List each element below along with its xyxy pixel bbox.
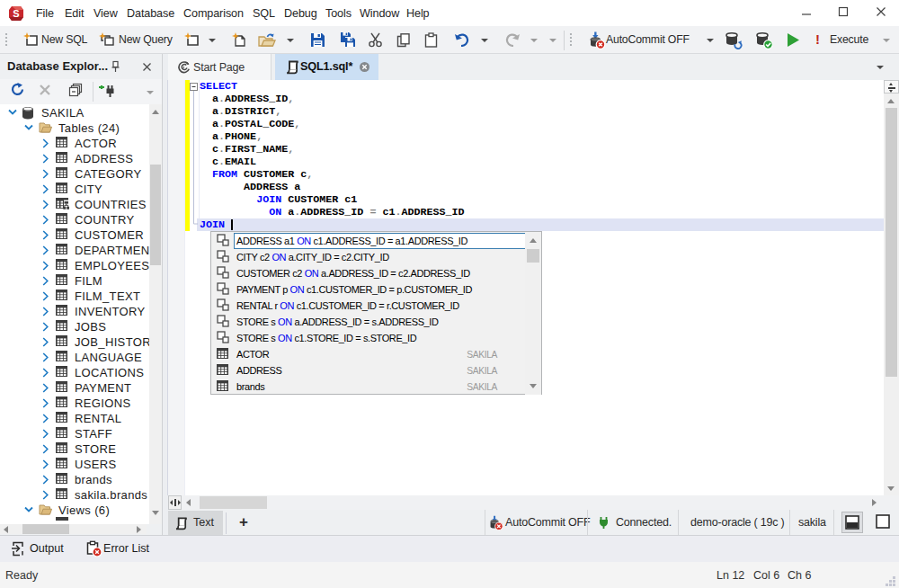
svg-text:S: S [13,8,19,19]
